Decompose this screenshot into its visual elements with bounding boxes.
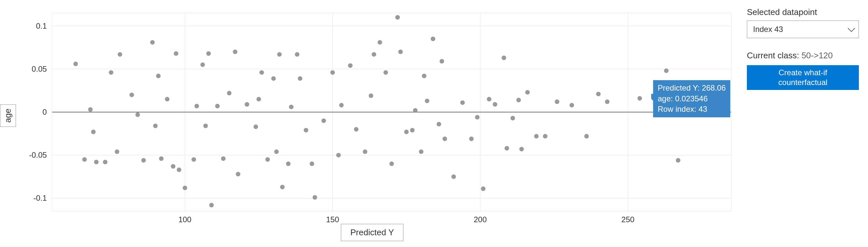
svg-point-36 <box>165 97 169 101</box>
svg-point-24 <box>94 160 99 164</box>
current-class: Current class: 50->120 <box>747 51 859 61</box>
svg-point-96 <box>481 186 486 191</box>
svg-point-62 <box>289 105 294 109</box>
svg-point-63 <box>295 52 300 57</box>
svg-point-71 <box>339 103 344 108</box>
svg-point-110 <box>596 91 601 96</box>
svg-point-35 <box>159 157 163 161</box>
svg-point-92 <box>451 174 456 179</box>
svg-point-113 <box>664 68 669 73</box>
svg-point-60 <box>280 185 284 189</box>
svg-point-28 <box>118 52 122 57</box>
svg-point-54 <box>256 97 261 101</box>
svg-point-85 <box>419 149 424 154</box>
button-text-1: Create what-if <box>778 68 827 77</box>
svg-point-27 <box>115 149 119 154</box>
x-axis-label-text: Predicted Y <box>350 227 394 237</box>
chart-canvas[interactable]: -0.1-0.0500.050.1100150200250 <box>13 6 738 241</box>
svg-point-21 <box>82 157 87 162</box>
svg-point-78 <box>383 70 388 75</box>
current-class-value: 50->120 <box>802 51 833 60</box>
svg-point-25 <box>103 160 107 164</box>
svg-point-65 <box>304 128 308 133</box>
svg-point-69 <box>331 70 335 75</box>
svg-point-90 <box>439 59 444 63</box>
svg-point-98 <box>493 102 497 107</box>
svg-text:-0.05: -0.05 <box>29 150 47 159</box>
svg-point-73 <box>354 127 359 132</box>
svg-point-81 <box>398 50 403 54</box>
svg-point-61 <box>286 162 290 166</box>
svg-point-100 <box>505 146 509 150</box>
svg-point-68 <box>321 118 326 123</box>
svg-point-109 <box>584 134 589 138</box>
svg-point-111 <box>605 100 610 104</box>
svg-point-87 <box>425 99 429 103</box>
button-text-2: counterfactual <box>778 78 828 87</box>
svg-point-23 <box>91 130 96 134</box>
svg-point-74 <box>363 149 367 154</box>
svg-point-51 <box>236 172 240 176</box>
svg-text:-0.1: -0.1 <box>34 194 47 202</box>
svg-point-66 <box>310 162 314 166</box>
svg-point-56 <box>265 157 270 162</box>
current-class-label: Current class: <box>747 51 799 60</box>
side-panel: Selected datapoint Index 43 Current clas… <box>744 0 868 247</box>
svg-point-38 <box>174 51 179 56</box>
svg-point-59 <box>277 52 282 57</box>
svg-point-104 <box>525 90 530 94</box>
tooltip-line-age: age: 0.023546 <box>658 93 726 104</box>
svg-point-31 <box>141 158 146 163</box>
create-counterfactual-button[interactable]: Create what-if counterfactual <box>747 65 859 90</box>
svg-point-43 <box>200 62 205 67</box>
svg-point-95 <box>475 115 479 119</box>
svg-point-47 <box>215 104 220 108</box>
svg-point-105 <box>534 134 538 138</box>
dropdown-value: Index 43 <box>753 25 783 34</box>
svg-point-42 <box>194 104 199 108</box>
svg-point-67 <box>313 195 317 200</box>
svg-text:250: 250 <box>622 215 634 224</box>
point-tooltip: Predicted Y: 268.06 age: 0.023546 Row in… <box>653 80 730 117</box>
svg-point-93 <box>460 100 465 105</box>
svg-point-22 <box>88 107 93 112</box>
svg-point-83 <box>410 128 414 133</box>
y-axis-label[interactable]: age <box>0 104 16 127</box>
selected-datapoint-label: Selected datapoint <box>747 7 859 17</box>
svg-point-34 <box>156 74 160 78</box>
svg-point-102 <box>516 98 521 102</box>
svg-point-29 <box>130 92 134 97</box>
chevron-down-icon <box>848 25 855 32</box>
tooltip-line-row: Row index: 43 <box>658 104 726 114</box>
tooltip-line-predicted: Predicted Y: 268.06 <box>658 83 726 93</box>
svg-point-46 <box>209 203 214 207</box>
svg-point-40 <box>183 186 187 190</box>
x-axis-label[interactable]: Predicted Y <box>341 224 403 241</box>
svg-point-97 <box>487 97 491 101</box>
svg-text:0: 0 <box>42 108 46 116</box>
selected-datapoint-dropdown[interactable]: Index 43 <box>747 21 859 38</box>
svg-point-88 <box>431 36 435 41</box>
svg-point-91 <box>442 137 447 141</box>
svg-point-57 <box>271 76 276 81</box>
svg-text:200: 200 <box>474 215 487 224</box>
svg-point-32 <box>150 40 155 45</box>
svg-point-80 <box>395 15 400 20</box>
svg-point-75 <box>369 93 373 98</box>
svg-point-82 <box>404 130 409 134</box>
svg-point-45 <box>207 51 211 56</box>
scatter-chart[interactable]: -0.1-0.0500.050.1100150200250 age Predic… <box>0 0 744 247</box>
svg-point-37 <box>171 164 176 169</box>
svg-point-94 <box>469 137 474 141</box>
svg-point-58 <box>274 149 279 154</box>
svg-point-79 <box>390 162 394 166</box>
svg-point-55 <box>259 70 264 75</box>
svg-point-84 <box>413 108 417 113</box>
svg-point-50 <box>233 50 237 54</box>
svg-point-99 <box>502 55 506 60</box>
svg-text:0.05: 0.05 <box>32 64 47 73</box>
svg-point-20 <box>73 62 78 66</box>
svg-point-52 <box>245 102 249 107</box>
svg-text:150: 150 <box>326 215 339 224</box>
svg-point-112 <box>638 96 642 101</box>
